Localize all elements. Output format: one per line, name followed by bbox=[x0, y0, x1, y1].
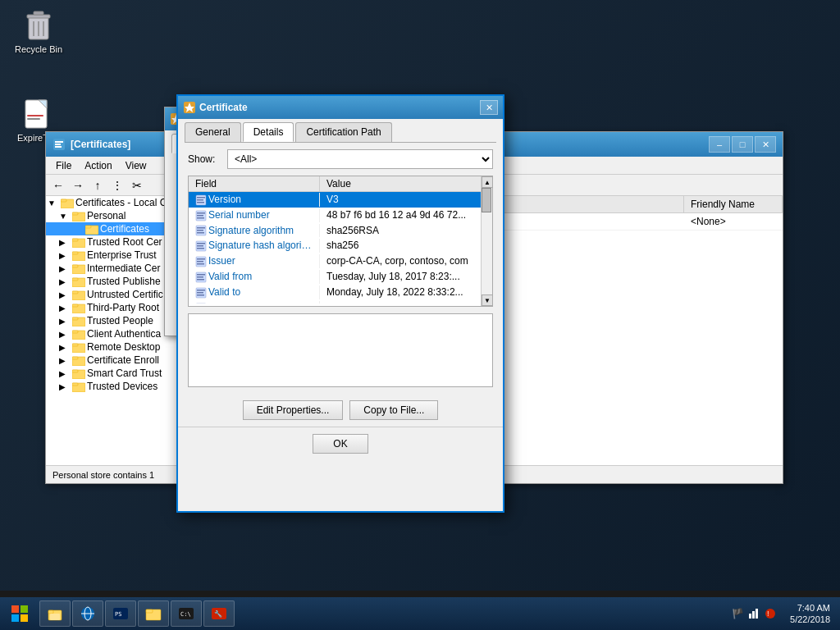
taskbar-item-ie[interactable] bbox=[72, 600, 103, 627]
svg-rect-2 bbox=[34, 11, 43, 15]
edit-properties-btn[interactable]: Edit Properties... bbox=[243, 400, 344, 420]
field-row-hash-alg[interactable]: Signature hash algorithm sha256 bbox=[189, 238, 492, 253]
svg-rect-11 bbox=[55, 141, 63, 143]
cert-tab-details[interactable]: Details bbox=[243, 122, 294, 142]
mmc-close-btn[interactable]: ✕ bbox=[755, 136, 776, 153]
svg-rect-60 bbox=[197, 245, 203, 247]
svg-rect-73 bbox=[197, 294, 204, 296]
svg-rect-81 bbox=[21, 614, 28, 622]
svg-rect-43 bbox=[72, 383, 78, 386]
cert-show-select[interactable]: <All>Version 1 Fields OnlyExtensions Onl… bbox=[227, 149, 493, 169]
field-val-subject: corp-CA-CA, corp, contoso, com bbox=[320, 301, 492, 304]
field-row-subject[interactable]: Subject corp-CA-CA, corp, contoso, com bbox=[189, 300, 492, 304]
cert-show-row: Show: <All>Version 1 Fields OnlyExtensio… bbox=[178, 143, 503, 176]
svg-rect-61 bbox=[197, 248, 204, 249]
cert-fields-header: Field Value bbox=[189, 176, 492, 192]
toolbar-back[interactable]: ← bbox=[49, 177, 67, 194]
taskbar-tray: 🏴 ! bbox=[724, 607, 783, 620]
svg-rect-31 bbox=[72, 304, 78, 307]
taskbar-item-tools[interactable]: 🔧 bbox=[203, 600, 235, 627]
field-row-serial[interactable]: Serial number 48 b7 f6 bd 16 12 a4 9d 46… bbox=[189, 208, 492, 223]
taskbar-item-cmd[interactable]: C:\ bbox=[171, 600, 202, 627]
svg-rect-12 bbox=[55, 144, 61, 145]
svg-rect-97 bbox=[752, 611, 755, 619]
mmc-menu-view[interactable]: View bbox=[119, 158, 153, 173]
col-friendly[interactable]: Friendly Name bbox=[684, 196, 783, 212]
fields-col-value: Value bbox=[320, 176, 492, 191]
cert-ok-btn[interactable]: OK bbox=[313, 434, 368, 454]
svg-rect-71 bbox=[197, 290, 205, 291]
mmc-maximize-btn[interactable]: □ bbox=[732, 136, 753, 153]
svg-text:!: ! bbox=[767, 609, 769, 618]
svg-rect-83 bbox=[48, 610, 53, 614]
svg-rect-63 bbox=[197, 258, 205, 260]
svg-rect-23 bbox=[72, 252, 78, 254]
svg-rect-55 bbox=[197, 227, 205, 229]
svg-rect-15 bbox=[61, 199, 66, 202]
taskbar-item-folder[interactable] bbox=[138, 600, 169, 627]
field-val-version: V3 bbox=[320, 193, 492, 207]
svg-text:PS: PS bbox=[115, 611, 121, 618]
toolbar-cut[interactable]: ✂ bbox=[128, 177, 146, 194]
taskbar: PS C:\ 🔧 🏴 bbox=[0, 597, 840, 630]
toolbar-forward[interactable]: → bbox=[69, 177, 87, 194]
mmc-menu-file[interactable]: File bbox=[49, 158, 78, 173]
tree-smart-card-label: Smart Card Trust bbox=[87, 368, 162, 379]
svg-rect-53 bbox=[197, 217, 204, 219]
svg-rect-41 bbox=[72, 370, 78, 372]
svg-rect-8 bbox=[27, 115, 43, 116]
toolbar-up[interactable]: ↑ bbox=[89, 177, 107, 194]
svg-rect-57 bbox=[197, 232, 204, 234]
desktop: Recycle Bin ExpireTe... [Certificates] –… bbox=[0, 0, 840, 591]
field-name-subject: Subject bbox=[189, 301, 320, 304]
tray-flag-icon[interactable]: 🏴 bbox=[731, 607, 744, 620]
recycle-bin-label: Recycle Bin bbox=[15, 44, 62, 54]
field-row-sig-alg[interactable]: Signature algorithm sha256RSA bbox=[189, 223, 492, 239]
tree-intermediate-label: Intermediate Cer bbox=[87, 262, 160, 274]
clock-date: 5/22/2018 bbox=[790, 614, 830, 625]
taskbar-item-explorer[interactable] bbox=[39, 600, 71, 627]
svg-rect-80 bbox=[11, 614, 19, 622]
cert-ok-row: OK bbox=[178, 427, 503, 460]
cert-tabs: General Details Certification Path bbox=[178, 119, 503, 142]
svg-rect-69 bbox=[197, 279, 204, 281]
scroll-track[interactable] bbox=[482, 188, 492, 294]
field-row-valid-from[interactable]: Valid from Tuesday, July 18, 2017 8:23:.… bbox=[189, 269, 492, 285]
recycle-bin-icon[interactable]: Recycle Bin bbox=[10, 7, 67, 54]
field-val-serial: 48 b7 f6 bd 16 12 a4 9d 46 72... bbox=[320, 208, 492, 222]
cert-tab-general[interactable]: General bbox=[185, 122, 241, 142]
mmc-status-text: Personal store contains 1 bbox=[52, 470, 154, 480]
field-name-issuer: Issuer bbox=[189, 254, 320, 268]
cert-fields-container: Field Value Version V3 Serial number 48 … bbox=[188, 176, 493, 307]
scroll-up-btn[interactable]: ▲ bbox=[482, 176, 493, 188]
taskbar-item-ps[interactable]: PS bbox=[105, 600, 136, 627]
svg-rect-47 bbox=[197, 197, 205, 199]
copy-to-file-btn[interactable]: Copy to File... bbox=[349, 400, 438, 420]
cert-detail-area bbox=[188, 313, 493, 387]
cert-dialog: Certificate ✕ General Details Certificat… bbox=[176, 94, 504, 513]
field-row-issuer[interactable]: Issuer corp-CA-CA, corp, contoso, com bbox=[189, 253, 492, 269]
field-row-valid-to[interactable]: Valid to Monday, July 18, 2022 8:33:2... bbox=[189, 285, 492, 300]
svg-rect-19 bbox=[85, 226, 91, 228]
scroll-thumb[interactable] bbox=[482, 188, 491, 212]
svg-rect-96 bbox=[749, 614, 751, 619]
taskbar-clock[interactable]: 7:40 AM 5/22/2018 bbox=[783, 602, 837, 625]
mmc-minimize-btn[interactable]: – bbox=[709, 136, 730, 153]
start-button[interactable] bbox=[3, 599, 36, 628]
tree-enterprise-label: Enterprise Trust bbox=[87, 249, 157, 261]
svg-rect-78 bbox=[11, 605, 19, 613]
toolbar-view[interactable]: ⋮ bbox=[108, 177, 126, 194]
cert-tab-path[interactable]: Certification Path bbox=[295, 122, 391, 142]
mmc-menu-action[interactable]: Action bbox=[78, 158, 118, 173]
svg-rect-21 bbox=[72, 239, 78, 241]
field-row-version[interactable]: Version V3 bbox=[189, 192, 492, 208]
svg-rect-13 bbox=[55, 146, 62, 148]
field-val-sig-alg: sha256RSA bbox=[320, 224, 492, 238]
tray-network-icon[interactable] bbox=[747, 607, 760, 620]
cert-dialog-close[interactable]: ✕ bbox=[480, 100, 498, 115]
cert-fields-scrollbar[interactable]: ▲ ▼ bbox=[481, 176, 492, 306]
field-name-serial: Serial number bbox=[189, 208, 320, 222]
cert-dialog-title: Certificate bbox=[199, 102, 480, 113]
scroll-down-btn[interactable]: ▼ bbox=[482, 294, 493, 306]
tray-security-icon[interactable]: ! bbox=[764, 607, 777, 620]
